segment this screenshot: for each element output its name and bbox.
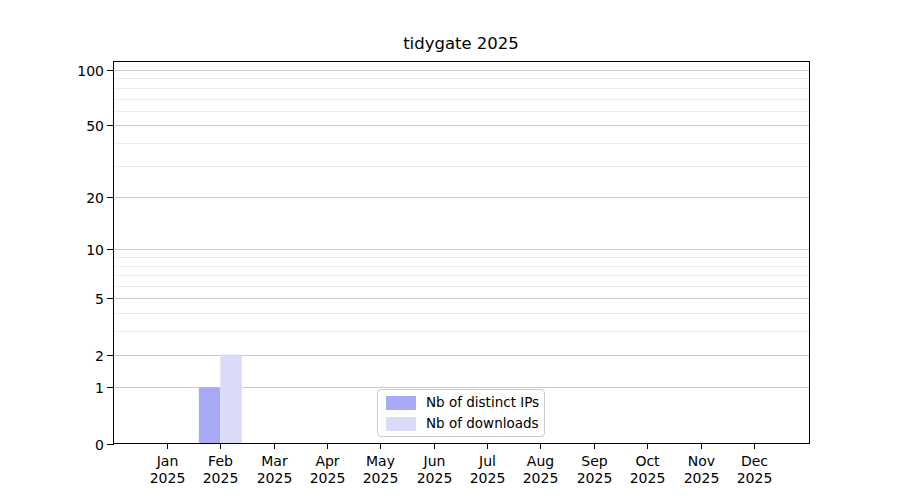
y-tick-label: 10 bbox=[86, 242, 104, 258]
x-tick-label-month: Sep bbox=[581, 453, 608, 469]
y-tick-label: 50 bbox=[86, 118, 104, 134]
legend-label-downloads: Nb of downloads bbox=[426, 416, 539, 431]
x-tick-label-month: Oct bbox=[635, 453, 660, 469]
x-tick-label-month: Feb bbox=[208, 453, 233, 469]
x-tick-label-year: 2025 bbox=[523, 470, 559, 486]
plot-border bbox=[114, 62, 810, 444]
x-tick-label-year: 2025 bbox=[577, 470, 613, 486]
x-tick-label-month: Jun bbox=[423, 453, 446, 469]
x-tick-label-month: Apr bbox=[315, 453, 339, 469]
legend-swatch-distinct-ips bbox=[386, 396, 416, 410]
x-tick-label-year: 2025 bbox=[737, 470, 773, 486]
x-tick-label-year: 2025 bbox=[630, 470, 666, 486]
y-tick-label: 2 bbox=[95, 348, 104, 364]
x-tick-label-month: May bbox=[366, 453, 395, 469]
x-tick-label-month: Jul bbox=[478, 453, 496, 469]
y-tick-label: 0 bbox=[95, 437, 104, 453]
legend-swatch-downloads bbox=[386, 417, 416, 431]
legend: Nb of distinct IPs Nb of downloads bbox=[377, 389, 545, 437]
x-tick-label-year: 2025 bbox=[684, 470, 720, 486]
y-tick-label: 20 bbox=[86, 190, 104, 206]
x-tick-label-year: 2025 bbox=[417, 470, 453, 486]
x-tick-label-year: 2025 bbox=[363, 470, 399, 486]
x-tick-label-year: 2025 bbox=[150, 470, 186, 486]
y-tick-label: 5 bbox=[95, 291, 104, 307]
x-tick-label-month: Nov bbox=[688, 453, 715, 469]
x-tick-label-year: 2025 bbox=[310, 470, 346, 486]
x-tick-label-year: 2025 bbox=[257, 470, 293, 486]
legend-label-distinct-ips: Nb of distinct IPs bbox=[426, 395, 539, 410]
legend-item-distinct-ips: Nb of distinct IPs bbox=[386, 396, 544, 410]
x-tick-label-month: Dec bbox=[741, 453, 768, 469]
x-tick-label-month: Mar bbox=[261, 453, 288, 469]
bar-downloads-feb bbox=[220, 355, 242, 444]
x-tick-label-month: Jan bbox=[156, 453, 179, 469]
legend-item-downloads: Nb of downloads bbox=[386, 417, 544, 431]
y-tick-label: 1 bbox=[95, 380, 104, 396]
x-tick-label-month: Aug bbox=[527, 453, 554, 469]
figure: tidygate 2025 0125102050100Jan2025Feb202… bbox=[0, 0, 900, 500]
bar-distinct-ips-feb bbox=[199, 387, 221, 443]
x-tick-label-year: 2025 bbox=[470, 470, 506, 486]
x-tick-label-year: 2025 bbox=[203, 470, 239, 486]
y-tick-label: 100 bbox=[77, 63, 104, 79]
